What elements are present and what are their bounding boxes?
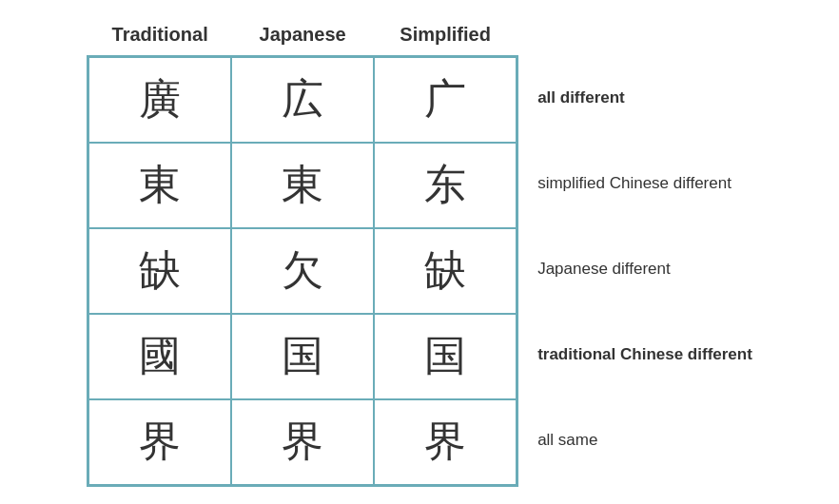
cell-simplified-row1: 东: [374, 143, 517, 228]
label-row0: all different: [537, 55, 752, 141]
cell-japanese-row1: 東: [231, 143, 374, 228]
column-headers: Traditional Japanese Simplified: [88, 18, 517, 51]
character-grid: 廣広广東東东缺欠缺國国国界界界: [87, 55, 518, 487]
label-row1: simplified Chinese different: [537, 141, 752, 226]
cell-japanese-row3: 国: [231, 314, 374, 399]
cell-simplified-row2: 缺: [374, 228, 517, 314]
cell-japanese-row4: 界: [231, 399, 374, 485]
cell-simplified-row4: 界: [374, 399, 517, 485]
header-japanese: Japanese: [231, 18, 374, 51]
header-traditional: Traditional: [88, 18, 231, 51]
cell-traditional-row1: 東: [88, 143, 231, 228]
label-row3: traditional Chinese different: [537, 312, 752, 397]
table-wrapper: 廣広广東東东缺欠缺國国国界界界 all differentsimplified …: [87, 55, 752, 487]
cell-traditional-row0: 廣: [88, 57, 231, 143]
cell-japanese-row2: 欠: [231, 228, 374, 314]
label-row2: Japanese different: [537, 226, 752, 312]
main-container: Traditional Japanese Simplified 廣広广東東东缺欠…: [49, 0, 790, 504]
header-simplified: Simplified: [374, 18, 517, 51]
cell-simplified-row3: 国: [374, 314, 517, 399]
cell-simplified-row0: 广: [374, 57, 517, 143]
label-row4: all same: [537, 397, 752, 483]
cell-traditional-row4: 界: [88, 399, 231, 485]
cell-traditional-row3: 國: [88, 314, 231, 399]
cell-traditional-row2: 缺: [88, 228, 231, 314]
cell-japanese-row0: 広: [231, 57, 374, 143]
labels-column: all differentsimplified Chinese differen…: [537, 55, 752, 483]
